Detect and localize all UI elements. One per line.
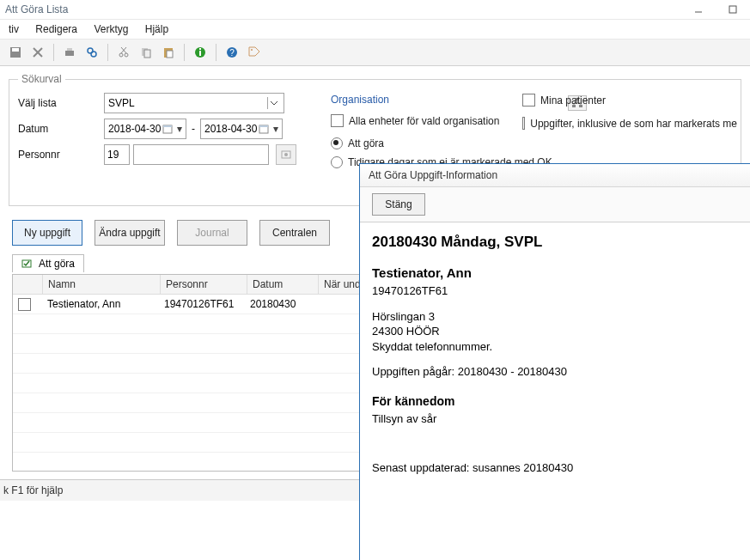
svg-rect-6 [65, 51, 74, 56]
valj-lista-label: Välj lista [18, 97, 104, 109]
svg-rect-27 [259, 125, 268, 127]
chevron-down-icon: ▾ [271, 123, 280, 135]
table-header-personnr[interactable]: Personnr [161, 275, 247, 294]
journal-label: Journal [195, 227, 229, 239]
ny-uppgift-button[interactable]: Ny uppgift [12, 220, 82, 246]
svg-point-10 [119, 53, 123, 57]
window-buttons [681, 0, 750, 19]
checkbox-icon [522, 94, 535, 107]
personnr-century-input[interactable]: 19 [104, 144, 130, 165]
detail-titlebar: Att Göra Uppgift-Information [360, 164, 750, 187]
tab-label: Att göra [39, 258, 75, 270]
save-icon[interactable] [5, 42, 26, 63]
checkbox-icon [522, 117, 525, 130]
menu-item-hjalp[interactable]: Hjälp [138, 20, 175, 39]
paste-icon[interactable] [158, 42, 179, 63]
radio-att-gora-label: Att göra [348, 137, 384, 149]
calendar-icon [162, 123, 174, 135]
menu-item-verktyg[interactable]: Verktyg [87, 20, 135, 39]
svg-point-29 [284, 153, 288, 156]
toolbar: ? [0, 40, 750, 66]
info-icon[interactable] [190, 42, 210, 63]
row-namn: Testienator, Ann [42, 298, 159, 310]
menubar: tiv Redigera Verktyg Hjälp [0, 20, 750, 40]
detail-phone-note: Skyddat telefonnummer. [372, 339, 742, 355]
svg-rect-15 [144, 50, 150, 58]
find-icon[interactable] [82, 42, 102, 63]
close-button[interactable]: Stäng [372, 193, 425, 216]
detail-patient-id: 19470126TF61 [372, 283, 742, 299]
task-icon [21, 259, 34, 269]
detail-toolbar: Stäng [360, 187, 750, 222]
personnr-century-value: 19 [107, 149, 119, 161]
calendar-icon [258, 123, 270, 135]
cut-icon[interactable] [113, 42, 134, 63]
svg-rect-19 [199, 51, 201, 56]
titlebar: Att Göra Lista [0, 0, 750, 20]
detail-address2: 24300 HÖÖR [372, 324, 742, 339]
detail-window: Att Göra Uppgift-Information Stäng 20180… [359, 163, 750, 560]
andra-uppgift-button[interactable]: Ändra uppgift [95, 220, 165, 246]
help-icon[interactable]: ? [222, 42, 242, 63]
date-from-value: 2018-04-30 [107, 123, 162, 135]
personnr-input[interactable] [133, 144, 269, 165]
checkbox-icon [331, 114, 344, 127]
svg-point-23 [251, 49, 253, 51]
row-checkbox-cell[interactable] [13, 298, 42, 311]
mina-patienter-checkbox-row[interactable]: Mina patienter [522, 94, 737, 107]
label-icon[interactable] [244, 42, 265, 63]
table-header-datum[interactable]: Datum [247, 275, 319, 294]
chevron-down-icon: ▾ [175, 123, 184, 135]
valj-lista-dropdown[interactable]: SVPL [104, 93, 284, 113]
checkbox-icon [18, 298, 31, 311]
delete-icon[interactable] [27, 42, 48, 63]
journal-button[interactable]: Journal [177, 220, 247, 246]
andra-uppgift-label: Ändra uppgift [99, 227, 160, 239]
table-header-checkbox[interactable] [13, 275, 43, 294]
svg-rect-7 [67, 48, 72, 51]
radio-icon [331, 156, 343, 168]
detail-section-header: För kännedom [372, 393, 742, 410]
uppgifter-inklusive-checkbox-row[interactable]: Uppgifter, inklusive de som har markerat… [522, 117, 737, 130]
detail-last-updated: Senast uppdaterad: susannes 20180430 [372, 460, 742, 476]
svg-rect-1 [729, 6, 736, 13]
svg-rect-17 [167, 51, 173, 58]
row-datum: 20180430 [245, 298, 315, 310]
table-header-namn[interactable]: Namn [43, 275, 161, 294]
detail-heading: 20180430 Måndag, SVPL [372, 233, 742, 253]
mina-patienter-label: Mina patienter [540, 94, 606, 107]
chevron-down-icon [267, 97, 280, 109]
maximize-button[interactable] [716, 0, 750, 19]
valj-lista-value: SVPL [108, 97, 135, 109]
right-filter-column: Mina patienter Uppgifter, inklusive de s… [522, 90, 737, 140]
menu-item-arkiv[interactable]: tiv [2, 20, 26, 39]
svg-text:?: ? [229, 48, 235, 58]
ny-uppgift-label: Ny uppgift [24, 227, 70, 239]
copy-icon[interactable] [136, 42, 156, 63]
detail-patient-name: Testienator, Ann [372, 265, 742, 282]
date-from-input[interactable]: 2018-04-30 ▾ [104, 119, 186, 139]
close-button-label: Stäng [385, 198, 412, 210]
svg-rect-25 [163, 125, 172, 127]
detail-body: 20180430 Måndag, SVPL Testienator, Ann 1… [360, 222, 750, 486]
detail-address1: Hörslingan 3 [372, 309, 742, 325]
detail-uppgift-pagar: Uppgiften pågår: 20180430 - 20180430 [372, 364, 742, 380]
print-icon[interactable] [59, 42, 80, 63]
svg-point-11 [125, 53, 128, 57]
date-to-value: 2018-04-30 [203, 123, 258, 135]
minimize-button[interactable] [681, 0, 716, 19]
svg-point-9 [91, 52, 96, 57]
detail-window-title: Att Göra Uppgift-Information [369, 169, 497, 181]
alla-enheter-label: Alla enheter för vald organisation [349, 115, 499, 127]
date-to-input[interactable]: 2018-04-30 ▾ [200, 119, 283, 139]
row-personnr: 19470126TF61 [159, 298, 245, 310]
radio-icon [331, 137, 343, 149]
tab-att-gora[interactable]: Att göra [12, 254, 84, 272]
menu-item-redigera[interactable]: Redigera [28, 20, 84, 39]
personnr-label: Personnr [18, 149, 104, 161]
personnr-lookup-button[interactable] [276, 144, 296, 165]
centralen-button[interactable]: Centralen [259, 220, 330, 246]
uppgifter-inklusive-label: Uppgifter, inklusive de som har markerat… [530, 118, 737, 130]
search-criteria-legend: Sökurval [18, 73, 65, 85]
app-window: Att Göra Lista tiv Redigera Verktyg Hjäl… [0, 0, 750, 560]
